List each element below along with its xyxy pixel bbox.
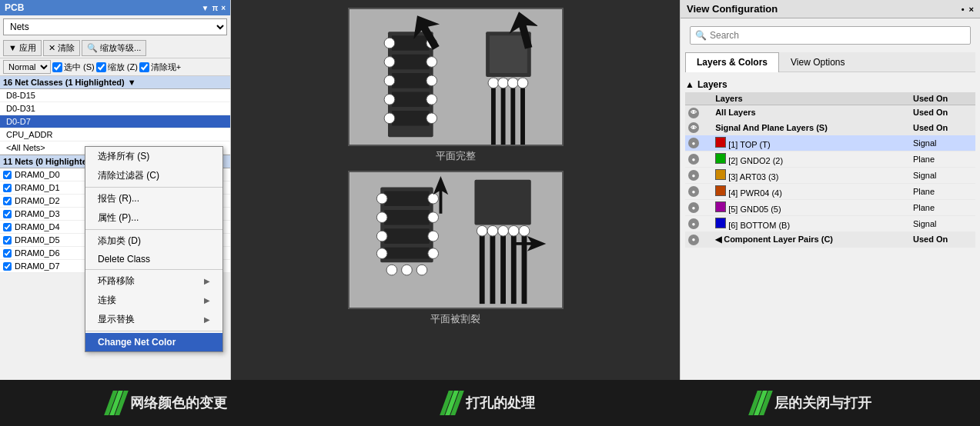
eye-top[interactable]: ●: [685, 135, 712, 151]
net-class-cpu[interactable]: CPU_ADDR: [0, 128, 230, 141]
table-row[interactable]: ● ◀ Component Layer Pairs (C) Used On: [685, 232, 975, 248]
ctx-clear-filter[interactable]: 清除过滤器 (C): [85, 166, 222, 185]
label-gnd05: [5] GND05 (5): [712, 200, 896, 216]
ctx-properties[interactable]: 属性 (P)...: [85, 208, 222, 228]
table-row[interactable]: ● [1] TOP (T) Signal: [685, 135, 975, 151]
select-label: 选中 (S): [64, 62, 95, 73]
label-bottom: [6] BOTTOM (B): [712, 216, 896, 232]
layers-table: Layers Used On 👁 All Layers Used On 👁: [685, 92, 975, 248]
eye-icon: ●: [688, 170, 699, 181]
eye-icon: ●: [688, 186, 699, 197]
bottom-caption-1: 网络颜色的变更: [109, 391, 227, 415]
bottom-strip: 网络颜色的变更 打孔的处理 层的关闭与打开: [0, 380, 980, 426]
label-top: [1] TOP (T): [712, 135, 896, 151]
table-row[interactable]: ● [4] PWR04 (4) Plane: [685, 184, 975, 200]
ctx-arrow-2: ▶: [204, 296, 210, 305]
group-eye-alllayers[interactable]: 👁: [685, 105, 712, 121]
clear-button[interactable]: ✕ 清除: [43, 40, 80, 56]
clear-current-checkbox[interactable]: [139, 62, 149, 72]
ctx-loop-remove[interactable]: 环路移除 ▶: [85, 271, 222, 291]
color-swatch-gndo2: [715, 153, 726, 164]
ctx-change-net-color[interactable]: Change Net Color: [85, 333, 222, 351]
eye-pwr04[interactable]: ●: [685, 184, 712, 200]
ctx-add-class[interactable]: 添加类 (D): [85, 231, 222, 251]
bottom-pcb-canvas: [348, 171, 564, 309]
table-row[interactable]: ● [6] BOTTOM (B) Signal: [685, 216, 975, 232]
stripes-decoration-1: [109, 391, 124, 415]
th-color: [896, 92, 910, 105]
svg-point-44: [401, 265, 412, 275]
bottom-caption-3: 层的关闭与打开: [753, 391, 871, 415]
ctx-delete-class[interactable]: Delete Class: [85, 251, 222, 268]
net-check-2[interactable]: [3, 197, 12, 205]
net-class-d0d31[interactable]: D0-D31: [0, 102, 230, 115]
label-art03: [3] ART03 (3): [712, 168, 896, 184]
caption-text-2: 打孔的处理: [466, 394, 535, 412]
select-checkbox[interactable]: [52, 62, 62, 72]
ctx-connect[interactable]: 连接 ▶: [85, 291, 222, 310]
ctx-show-replace[interactable]: 显示替换 ▶: [85, 310, 222, 329]
search-input[interactable]: [710, 30, 965, 41]
table-row[interactable]: ● [5] GND05 (5) Plane: [685, 200, 975, 216]
net-check-5[interactable]: [3, 236, 12, 245]
usedon-pwr04: Plane: [910, 184, 975, 200]
table-row[interactable]: ● [2] GNDO2 (2) Plane: [685, 151, 975, 168]
svg-point-40: [427, 212, 438, 223]
net-class-list: D8-D15 D0-D31 D0-D7 CPU_ADDR <All Nets>: [0, 89, 230, 155]
eye-gndo2[interactable]: ●: [685, 151, 712, 168]
group-eye-signal[interactable]: 👁: [685, 120, 712, 135]
net-class-d8d15[interactable]: D8-D15: [0, 89, 230, 102]
pin-icon[interactable]: ▼: [202, 4, 209, 12]
apply-button[interactable]: ▼ 应用: [3, 40, 42, 56]
svg-point-41: [427, 231, 438, 241]
vc-pin-icon[interactable]: •: [962, 5, 965, 14]
expand-icon[interactable]: ▼: [128, 78, 136, 87]
stripes-decoration-2: [444, 391, 460, 415]
th-usedon: Used On: [910, 92, 975, 105]
group-label-signal: Signal And Plane Layers (S): [712, 120, 910, 135]
net-check-3[interactable]: [3, 210, 12, 218]
eye-art03[interactable]: ●: [685, 168, 712, 184]
ctx-select-all[interactable]: 选择所有 (S): [85, 147, 222, 166]
net-class-d0d7[interactable]: D0-D7: [0, 115, 230, 128]
th-eye: [685, 92, 712, 105]
net-check-0[interactable]: [3, 171, 12, 179]
td-empty-pwr04: [896, 184, 910, 200]
eye-gnd05[interactable]: ●: [685, 200, 712, 216]
net-classes-header: 16 Net Classes (1 Highlighted) ▼: [0, 76, 230, 89]
eye-comp-pairs[interactable]: ●: [685, 232, 712, 248]
svg-point-52: [477, 225, 487, 236]
table-row[interactable]: 👁 All Layers Used On: [685, 105, 975, 121]
layers-section: ▲ Layers Layers Used On 👁 All L: [681, 72, 980, 380]
normal-select[interactable]: Normal: [3, 60, 51, 74]
table-row[interactable]: 👁 Signal And Plane Layers (S) Used On: [685, 120, 975, 135]
eye-bottom[interactable]: ●: [685, 216, 712, 232]
td-empty-gnd05: [896, 200, 910, 216]
net-check-4[interactable]: [3, 223, 12, 231]
zoom-checkbox[interactable]: [96, 62, 106, 72]
layers-group-label: ▲ Layers: [685, 77, 975, 92]
usedon-gnd05: Plane: [910, 200, 975, 216]
ctx-separator-3: [85, 269, 222, 270]
net-check-7[interactable]: [3, 262, 12, 271]
layers-collapse-icon[interactable]: ▲: [685, 79, 694, 90]
nets-dropdown[interactable]: Nets: [3, 18, 227, 35]
tab-row: Layers & Colors View Options: [685, 52, 975, 72]
net-check-1[interactable]: [3, 184, 12, 192]
search-wrapper: 🔍: [681, 18, 980, 52]
tab-layers-colors[interactable]: Layers & Colors: [685, 52, 779, 72]
svg-point-38: [376, 248, 387, 259]
td-empty-gndo2: [896, 151, 910, 168]
svg-point-54: [497, 225, 508, 236]
vc-close-button[interactable]: ×: [969, 5, 974, 14]
float-icon[interactable]: π: [212, 4, 219, 12]
close-icon[interactable]: ×: [221, 4, 226, 12]
color-swatch-top: [715, 137, 726, 148]
tab-view-options[interactable]: View Options: [779, 52, 856, 72]
zoom-button[interactable]: 🔍 缩放等级...: [82, 40, 146, 56]
net-check-6[interactable]: [3, 249, 12, 258]
top-pcb-svg: [350, 9, 562, 145]
ctx-report[interactable]: 报告 (R)...: [85, 189, 222, 208]
svg-rect-0: [350, 9, 561, 145]
table-row[interactable]: ● [3] ART03 (3) Signal: [685, 168, 975, 184]
